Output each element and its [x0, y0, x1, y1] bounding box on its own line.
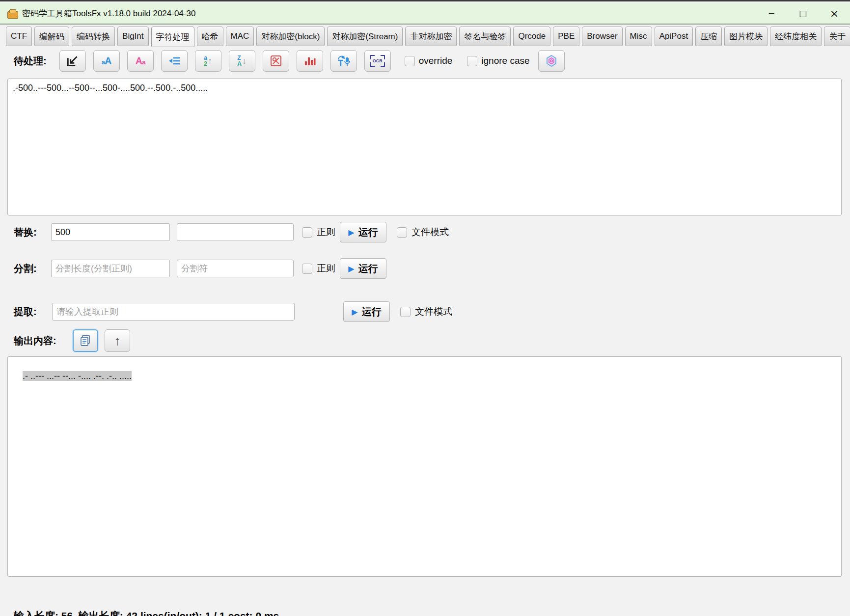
window-controls: ─ □ × [756, 3, 850, 24]
status-bar: 输入长度: 56, 输出长度: 42 lines(in/out): 1 / 1 … [14, 609, 279, 616]
app-logo-icon [7, 8, 18, 18]
ocr-button[interactable]: OCR [364, 50, 391, 72]
minimize-button[interactable]: ─ [756, 3, 787, 24]
settings-button[interactable] [538, 50, 565, 72]
tab-encoding-convert[interactable]: 编码转换 [72, 27, 115, 46]
split-run-button[interactable]: ▶ 运行 [340, 258, 386, 279]
sort-descending-icon: ZA ↓ [237, 55, 247, 67]
tab-hash[interactable]: 哈希 [197, 27, 223, 46]
remove-pattern-button[interactable] [263, 50, 289, 72]
replace-pattern-input[interactable] [51, 223, 170, 241]
extract-label: 提取: [14, 305, 37, 319]
maximize-button[interactable]: □ [787, 3, 819, 24]
tab-bar: CTF 编解码 编码转换 BigInt 字符处理 哈希 MAC 对称加密(blo… [0, 25, 850, 48]
split-regex-checkbox[interactable] [302, 264, 312, 274]
sort-descending-button[interactable]: ZA ↓ [229, 50, 255, 72]
pending-label: 待处理: [14, 54, 47, 68]
replace-file-mode-checkbox[interactable] [397, 227, 407, 238]
ignore-case-label: ignore case [481, 55, 529, 66]
replace-regex-checkbox[interactable] [302, 227, 312, 238]
tab-ctf[interactable]: CTF [6, 27, 32, 46]
override-checkbox-group: override [405, 55, 453, 66]
bar-chart-icon [304, 55, 316, 66]
play-icon: ▶ [348, 228, 354, 237]
override-label: override [419, 55, 453, 66]
output-label: 输出内容: [14, 334, 56, 348]
play-icon: ▶ [352, 307, 357, 317]
text-to-speech-icon [337, 54, 351, 67]
tab-string-process[interactable]: 字符处理 [151, 27, 194, 47]
output-header: 输出内容: ↑ [0, 329, 850, 352]
title-bar: 密码学工具箱ToolsFx v1.18.0 build 2024-04-30 ─… [0, 3, 850, 25]
to-uppercase-button[interactable]: aA [93, 50, 120, 72]
uppercase-icon: aA [102, 56, 111, 66]
ignore-case-checkbox-group: ignore case [467, 55, 529, 66]
replace-regex-label: 正则 [317, 226, 335, 239]
replace-file-mode-label: 文件模式 [411, 226, 449, 239]
extract-file-mode-label: 文件模式 [415, 305, 452, 318]
extract-file-mode-checkbox[interactable] [400, 307, 411, 317]
extract-regex-input[interactable] [52, 303, 295, 321]
ignore-case-checkbox[interactable] [467, 56, 477, 66]
seal-icon [270, 54, 282, 67]
tab-signature[interactable]: 签名与验签 [459, 27, 511, 46]
toolbar: 待处理: aA Aa [0, 48, 850, 74]
play-icon: ▶ [348, 264, 354, 273]
split-separator-input[interactable] [177, 260, 294, 277]
tab-apipost[interactable]: ApiPost [655, 27, 693, 46]
import-icon [66, 54, 80, 68]
override-checkbox[interactable] [405, 56, 415, 66]
extract-run-button[interactable]: ▶ 运行 [343, 301, 390, 322]
close-button[interactable]: × [819, 3, 850, 24]
window-title: 密码学工具箱ToolsFx v1.18.0 build 2024-04-30 [22, 8, 195, 19]
toolbar-buttons: aA Aa a2 ↑ ZA [59, 50, 565, 72]
replace-replacement-input[interactable] [177, 223, 294, 241]
tab-misc[interactable]: Misc [625, 27, 652, 46]
split-row: 分割: 正则 ▶ 运行 [0, 259, 850, 278]
input-textarea[interactable]: .-500..---500...--500--...500-....500.--… [7, 79, 842, 215]
move-output-to-input-button[interactable]: ↑ [105, 329, 130, 352]
replace-run-button[interactable]: ▶ 运行 [340, 222, 386, 242]
list-lines-icon [168, 55, 181, 66]
output-selected-text: .- ..--- ...-- --... -.... .--. .-.. ...… [23, 371, 132, 381]
tab-asymmetric[interactable]: 非对称加密 [405, 27, 457, 46]
extract-row: 提取: ▶ 运行 文件模式 [0, 302, 850, 321]
tab-qrcode[interactable]: Qrcode [513, 27, 550, 46]
ocr-icon: OCR [370, 55, 385, 67]
tab-about[interactable]: 关于 [824, 27, 850, 46]
copy-icon [80, 334, 91, 347]
tab-image-module[interactable]: 图片模块 [724, 27, 768, 46]
split-label: 分割: [14, 262, 37, 275]
up-arrow-icon: ↑ [114, 333, 121, 348]
tab-symmetric-block[interactable]: 对称加密(block) [256, 27, 325, 46]
split-regex-label: 正则 [317, 262, 335, 275]
tab-compression[interactable]: 压缩 [695, 27, 722, 46]
tab-bigint[interactable]: BigInt [117, 27, 148, 46]
split-length-input[interactable] [51, 260, 170, 277]
copy-output-button[interactable] [73, 329, 98, 352]
sort-ascending-button[interactable]: a2 ↑ [195, 50, 221, 72]
tab-symmetric-stream[interactable]: 对称加密(Stream) [327, 27, 403, 46]
tab-pbe[interactable]: PBE [553, 27, 579, 46]
app-window: 密码学工具箱ToolsFx v1.18.0 build 2024-04-30 ─… [0, 0, 850, 616]
settings-gear-icon [545, 54, 558, 67]
to-lowercase-button[interactable]: Aa [127, 50, 154, 72]
tab-latlng[interactable]: 经纬度相关 [770, 27, 822, 46]
import-button[interactable] [59, 50, 86, 72]
tab-browser[interactable]: Browser [582, 27, 622, 46]
replace-label: 替换: [14, 226, 37, 239]
output-textarea[interactable]: .- ..--- ...-- --... -.... .--. .-.. ...… [7, 356, 842, 577]
text-to-speech-button[interactable] [330, 50, 357, 72]
tab-mac[interactable]: MAC [226, 27, 254, 46]
sort-ascending-icon: a2 ↑ [204, 55, 212, 67]
replace-row: 替换: 正则 ▶ 运行 文件模式 [0, 222, 850, 242]
join-lines-button[interactable] [161, 50, 188, 72]
tab-encode-decode[interactable]: 编解码 [34, 27, 69, 46]
lowercase-icon: Aa [136, 56, 145, 66]
char-statistics-button[interactable] [297, 50, 323, 72]
